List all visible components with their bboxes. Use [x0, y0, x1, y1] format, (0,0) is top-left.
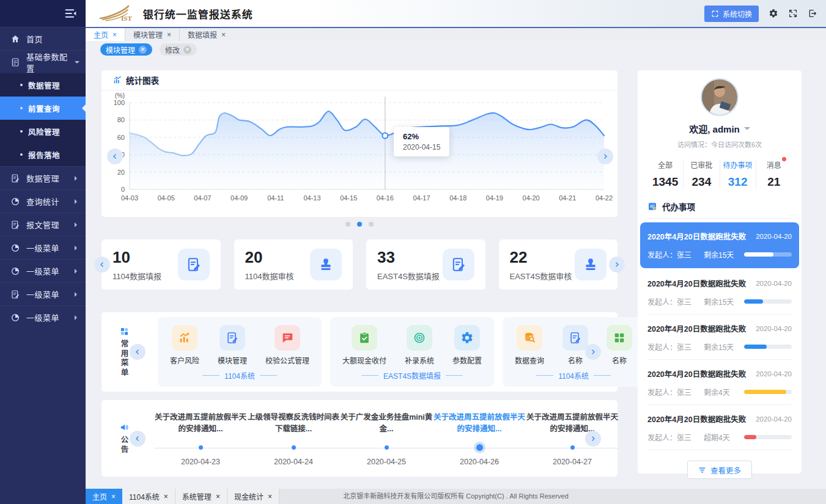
stat-card-0[interactable]: 101104数据填报 — [101, 239, 221, 290]
tab-close-icon[interactable]: × — [112, 31, 117, 39]
tab-1[interactable]: 模块管理× — [125, 28, 179, 41]
todo-item-1[interactable]: 2020年4月20日数据跑批失败2020-04-20发起人：张三剩余15天 — [647, 269, 792, 315]
quick-item-1-2[interactable]: 参数配置 — [452, 325, 482, 365]
quick-prev-arrow[interactable] — [130, 344, 146, 360]
stat-card-3[interactable]: 22EAST4S数据审核 — [499, 239, 618, 290]
announcement-item-1[interactable]: 上级领导视察反洗钱时间表下载链接...2020-04-24 — [247, 411, 340, 466]
footer-tab-label: 1104系统 — [129, 491, 160, 502]
quick-item-0-1[interactable]: 模块管理 — [218, 325, 247, 365]
todo-initiator: 发起人：张三 — [647, 387, 704, 397]
todo-item-4[interactable]: 2020年4月20日数据跑批失败2020-04-20发起人：张三超期4天 — [647, 405, 792, 450]
sidebar-item-6[interactable]: 一级菜单 — [0, 259, 86, 282]
logout-icon[interactable] — [808, 9, 817, 18]
stat-card-2[interactable]: 33EAST4S数据填报 — [366, 239, 485, 290]
sidebar-item-label: 基础参数配置 — [26, 51, 75, 74]
chart-next-arrow[interactable] — [597, 148, 613, 164]
sidebar-item-2[interactable]: 数据管理 — [0, 166, 86, 189]
doc-edit-icon-box — [562, 325, 588, 351]
sidebar-subitem-1[interactable]: 前置查询 — [0, 97, 86, 120]
announcement-item-3[interactable]: 关于改进周五提前放假半天的安排通知...2020-04-26 — [433, 411, 526, 466]
sidebar-item-7[interactable]: 一级菜单 — [0, 282, 86, 305]
breadcrumb-chip-0[interactable]: 模块管理✕ — [100, 43, 152, 56]
quick-item-2-0[interactable]: 数据查询 — [515, 325, 544, 365]
edit-doc-icon — [451, 257, 466, 272]
pagination-dot-1[interactable] — [357, 222, 362, 227]
stat-label: 1104数据审核 — [245, 270, 294, 282]
breadcrumb-chip-1[interactable]: 修改✕ — [160, 43, 197, 56]
fullscreen-icon[interactable] — [788, 9, 798, 18]
quick-item-2-2[interactable]: 名称 — [607, 325, 632, 365]
todo-item-0[interactable]: 2020年4月20日数据跑批失败2020-04-20发起人：张三剩余15天 — [640, 222, 799, 268]
footer-tab-1[interactable]: 1104系统× — [122, 489, 175, 504]
sidebar-item-5[interactable]: 一级菜单 — [0, 236, 86, 259]
quick-item-2-1[interactable]: 名称 — [562, 325, 588, 365]
system-switch-button[interactable]: 系统切换 — [704, 5, 759, 22]
sidebar-subitem-3[interactable]: 报告落地 — [0, 143, 86, 166]
sidebar-item-3[interactable]: 查询统计 — [0, 189, 86, 213]
user-stat-1[interactable]: 已审批234 — [683, 159, 719, 189]
todo-item-title: 2020年4月20日数据跑批失败 — [647, 323, 746, 334]
pagination-dot-2[interactable] — [369, 222, 374, 227]
todo-item-title: 2020年4月20日数据跑批失败 — [647, 413, 746, 425]
user-stat-value: 21 — [756, 175, 792, 189]
quick-item-1-0[interactable]: 大额现金收付 — [342, 325, 386, 365]
announcement-item-0[interactable]: 关于改进周五提前放假半天的安排通知...2020-04-23 — [154, 411, 247, 466]
stats-prev-arrow[interactable] — [94, 257, 110, 272]
svg-text:04-20: 04-20 — [523, 194, 540, 202]
svg-text:04-16: 04-16 — [377, 194, 394, 202]
footer-tab-close-icon[interactable]: × — [111, 492, 116, 501]
tab-0[interactable]: 主页× — [86, 28, 125, 41]
sidebar-item-1[interactable]: 基础参数配置 — [0, 50, 86, 73]
chip-close-icon[interactable]: ✕ — [183, 46, 191, 54]
svg-text:80: 80 — [117, 116, 125, 123]
sidebar-item-8[interactable]: 一级菜单 — [0, 305, 86, 329]
announcement-item-4[interactable]: 关于改进周五提前放假半天的安排通知...2020-04-27 — [526, 411, 619, 466]
tab-2[interactable]: 数据填报× — [179, 28, 234, 41]
todo-title: 代办事项 — [662, 200, 695, 213]
list-lines-icon — [698, 466, 706, 474]
user-dropdown-caret-icon[interactable] — [744, 127, 750, 133]
stat-card-1[interactable]: 201104数据审核 — [234, 239, 353, 290]
user-stat-value: 1345 — [647, 175, 683, 189]
chip-label: 修改 — [165, 45, 180, 55]
stats-next-arrow[interactable] — [609, 257, 625, 272]
quick-item-1-1[interactable]: 补录系统 — [405, 325, 434, 365]
sidebar-subitem-0[interactable]: 数据管理 — [0, 73, 86, 97]
system-switch-icon — [711, 10, 719, 18]
announce-next-arrow[interactable] — [585, 431, 601, 447]
footer-tab-close-icon[interactable]: × — [216, 492, 220, 501]
user-avatar[interactable] — [701, 78, 739, 116]
tab-close-icon[interactable]: × — [221, 31, 226, 39]
announcement-item-2[interactable]: 关于广发金业务挂盘mini黄金...2020-04-25 — [340, 411, 433, 466]
footer-tab-2[interactable]: 系统管理× — [175, 489, 227, 504]
announce-prev-arrow[interactable] — [130, 431, 146, 447]
user-stat-3[interactable]: 消息21 — [756, 159, 792, 189]
collapse-menu-icon[interactable] — [65, 8, 77, 19]
tab-close-icon[interactable]: × — [167, 31, 171, 39]
chart-prev-arrow[interactable] — [107, 148, 123, 164]
footer-tab-0[interactable]: 主页× — [86, 489, 122, 504]
quick-item-label: 客户风险 — [170, 355, 199, 365]
pagination-dot-0[interactable] — [345, 222, 350, 227]
user-stat-2[interactable]: 待办事项312 — [720, 159, 756, 189]
quick-next-arrow[interactable] — [585, 344, 601, 360]
sidebar-subitem-2[interactable]: 风险管理 — [0, 120, 86, 143]
todo-item-3[interactable]: 2020年4月20日数据跑批失败2020-04-20发起人：张三剩余4天 — [647, 360, 792, 405]
sidebar-item-0[interactable]: 首页 — [0, 27, 86, 50]
chip-close-icon[interactable]: ✕ — [139, 46, 147, 54]
todo-item-2[interactable]: 2020年4月20日数据跑批失败2020-04-20发起人：张三剩余15天 — [647, 315, 792, 360]
footer-tab-close-icon[interactable]: × — [164, 492, 168, 501]
sidebar-item-4[interactable]: 报文管理 — [0, 213, 86, 236]
quick-item-0-0[interactable]: 客户风险 — [170, 325, 199, 365]
svg-text:04-03: 04-03 — [121, 194, 138, 202]
quick-group-2: 数据查询名称名称1104系统 — [503, 317, 644, 387]
doc-edit-icon — [10, 290, 20, 299]
settings-gear-icon[interactable] — [769, 9, 778, 18]
footer-tab-close-icon[interactable]: × — [268, 492, 272, 501]
footer-tab-3[interactable]: 现金统计× — [227, 489, 279, 504]
view-more-button[interactable]: 查看更多 — [687, 461, 752, 479]
target-icon-box — [407, 325, 432, 351]
svg-text:04-07: 04-07 — [194, 194, 211, 202]
quick-item-0-2[interactable]: 校验公式管理 — [265, 325, 309, 365]
user-stat-0[interactable]: 全部1345 — [647, 159, 683, 189]
